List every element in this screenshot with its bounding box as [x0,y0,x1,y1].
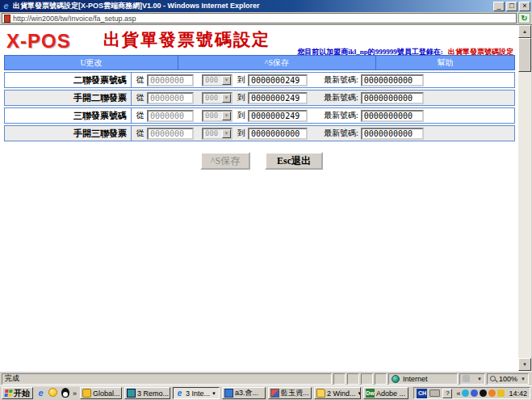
header-modify: U更改 [5,56,178,69]
address-input[interactable]: http://win2008/tw/Invoice/fa_setup.asp [2,13,517,23]
alert-tray-icon[interactable] [488,389,496,397]
internet-zone-icon [392,375,400,383]
tray-collapse-chevron[interactable]: « [456,389,460,398]
latest-input[interactable] [361,110,424,122]
to-label: 到 [237,110,245,121]
latest-input[interactable] [361,74,424,86]
invoice-table: U更改 ^S保存 幫助 二聯發票號碼 從 000 ▼ 到 最新號碼: [4,55,515,141]
from-input[interactable] [147,128,194,140]
to-input[interactable] [248,74,308,86]
row-label: 三聯發票號碼 [5,108,132,123]
refresh-go-button[interactable]: ↻ [518,13,530,23]
protected-mode-icon [463,375,470,382]
clock[interactable]: 14:42 [509,389,527,398]
scrollbar-thumb[interactable] [518,38,531,72]
security-zone-pane: Internet [388,373,458,385]
to-input[interactable] [248,110,308,122]
task-button-remote-group[interactable]: 3 Remo... ▼ [124,387,170,399]
chevron-down-icon: ▼ [222,112,231,120]
messenger-tray-icon[interactable] [471,389,478,397]
start-label: 开始 [14,388,30,399]
url-text: http://win2008/tw/Invoice/fa_setup.asp [13,15,136,23]
chevron-down-icon: ▼ [358,391,361,396]
task-button-a3[interactable]: a3.會... [222,387,266,399]
zoom-control[interactable]: 100% ▼ [487,373,529,385]
network-tray-icon[interactable] [462,389,469,397]
table-row: 手開三聯發票 從 000 ▼ 到 最新號碼: [4,125,515,141]
status-pane [375,373,387,385]
chevron-down-icon: ▼ [521,377,526,381]
page-content: X-POS 出貨單發票號碼設定 您目前以加盟商ikl_np的999999號員工登… [0,25,518,371]
app-icon [224,389,233,398]
header-save: ^S保存 [178,56,376,69]
ie-quicklaunch-icon[interactable]: e [36,388,46,398]
address-bar: http://win2008/tw/Invoice/fa_setup.asp ↻ [0,12,532,25]
header-help: 幫助 [376,56,514,69]
page-title: 出貨單發票號碼設定 [103,28,270,51]
to-input[interactable] [248,128,308,140]
qq-icon[interactable] [61,388,69,398]
from-input[interactable] [147,74,194,86]
to-label: 到 [237,128,245,139]
chevron-down-icon: ▼ [212,391,216,396]
row-label: 手開二聯發票 [5,91,132,105]
book-select[interactable]: 000 ▼ [202,92,232,104]
status-pane [333,373,346,385]
row-label: 二聯發票號碼 [5,73,132,87]
shield-tray-icon[interactable] [497,389,505,397]
latest-label: 最新號碼: [324,74,358,86]
keyboard-icon[interactable] [429,389,440,397]
taskbar: 开始 e » Global... 3 Remo... ▼ e 3 Inte...… [0,385,532,400]
latest-label: 最新號碼: [324,92,358,103]
scroll-down-icon[interactable]: ▼ [518,358,531,371]
task-button-ie-group[interactable]: e 3 Inte... ▼ [173,387,220,399]
table-row: 三聯發票號碼 從 000 ▼ 到 最新號碼: [4,107,515,124]
from-input[interactable] [147,110,194,122]
overflow-chevron[interactable]: » [73,389,77,398]
latest-label: 最新號碼: [324,128,358,139]
language-indicator[interactable]: CH [417,389,427,398]
close-button[interactable]: × [519,2,530,11]
app-icon [82,389,91,398]
task-button-adobe[interactable]: Dw Adobe ... [363,387,408,399]
latest-input[interactable] [361,92,424,104]
xpos-logo: X-POS [6,30,71,53]
dreamweaver-icon: Dw [366,389,375,398]
status-pane [361,373,373,385]
to-input[interactable] [248,92,308,104]
task-button-lanyu[interactable]: 藍玉資... [268,387,312,399]
qq-tray-icon[interactable] [480,389,487,397]
from-input[interactable] [147,92,194,104]
page-icon [4,15,10,23]
start-button[interactable]: 开始 [2,387,33,399]
protected-mode-pane[interactable]: ▼ [459,373,485,385]
chevron-down-icon: ▼ [477,377,482,381]
from-label: 從 [136,128,145,139]
book-select[interactable]: 000 ▼ [202,110,232,122]
to-label: 到 [237,74,245,86]
scroll-up-icon[interactable]: ▲ [518,25,531,38]
zone-label: Internet [403,375,428,383]
chevron-down-icon: ▼ [222,129,231,138]
save-button[interactable]: ^S保存 [200,152,250,170]
maximize-button[interactable]: □ [506,2,517,11]
latest-input[interactable] [361,128,424,140]
latest-label: 最新號碼: [324,110,358,121]
chevron-down-icon: ▼ [222,94,231,103]
task-button-explorer-group[interactable]: 2 Wind... ▼ [314,387,361,399]
status-bar: 完成 Internet ▼ 100% ▼ [0,371,532,385]
book-select[interactable]: 000 ▼ [202,128,232,140]
table-row: 手開二聯發票 從 000 ▼ 到 最新號碼: [4,90,515,106]
messenger-icon[interactable] [48,388,57,397]
vertical-scrollbar[interactable]: ▲ ▼ [518,25,531,371]
book-select[interactable]: 000 ▼ [202,74,232,86]
to-label: 到 [237,92,245,103]
exit-button[interactable]: Esc退出 [265,152,323,170]
from-label: 從 [136,92,145,103]
minimize-button[interactable]: _ [493,2,505,11]
ie-icon: e [175,389,184,398]
row-label: 手開三聯發票 [5,126,132,141]
chevron-down-icon: ▼ [222,76,231,85]
task-button-global[interactable]: Global... [80,387,122,399]
help-icon[interactable]: ? [442,389,452,398]
